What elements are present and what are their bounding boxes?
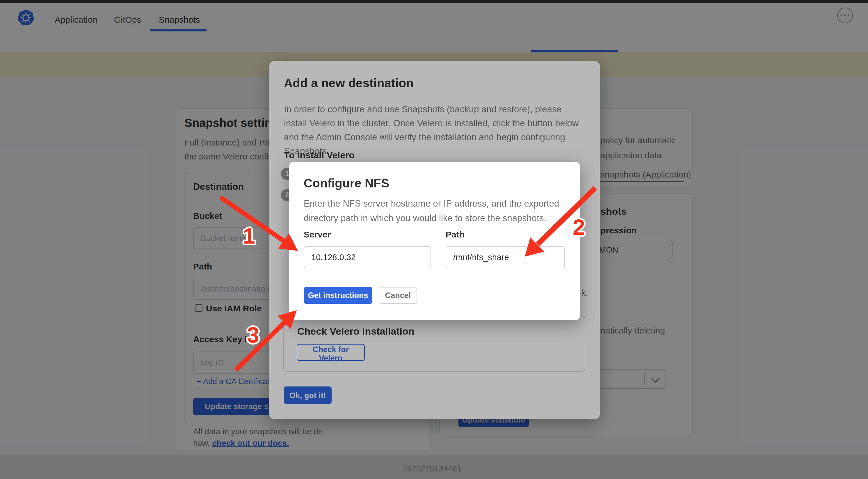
nfs-modal-description: Enter the NFS server hostname or IP addr… [304, 196, 575, 225]
nfs-path-input[interactable] [446, 246, 565, 268]
annotation-badge-3: 3 [247, 323, 259, 348]
nfs-modal-title: Configure NFS [304, 176, 389, 190]
configure-nfs-modal: Configure NFS Enter the NFS server hostn… [289, 162, 580, 320]
app-root: Application GitOps Snapshots Full Snapsh… [0, 0, 868, 479]
nfs-path-label: Path [446, 229, 465, 239]
server-label: Server [304, 229, 331, 239]
annotation-badge-2: 2 [573, 215, 585, 240]
server-input[interactable] [304, 246, 431, 268]
get-instructions-button[interactable]: Get instructions [304, 287, 372, 304]
annotation-badge-1: 1 [243, 224, 255, 249]
cancel-button[interactable]: Cancel [379, 287, 417, 304]
